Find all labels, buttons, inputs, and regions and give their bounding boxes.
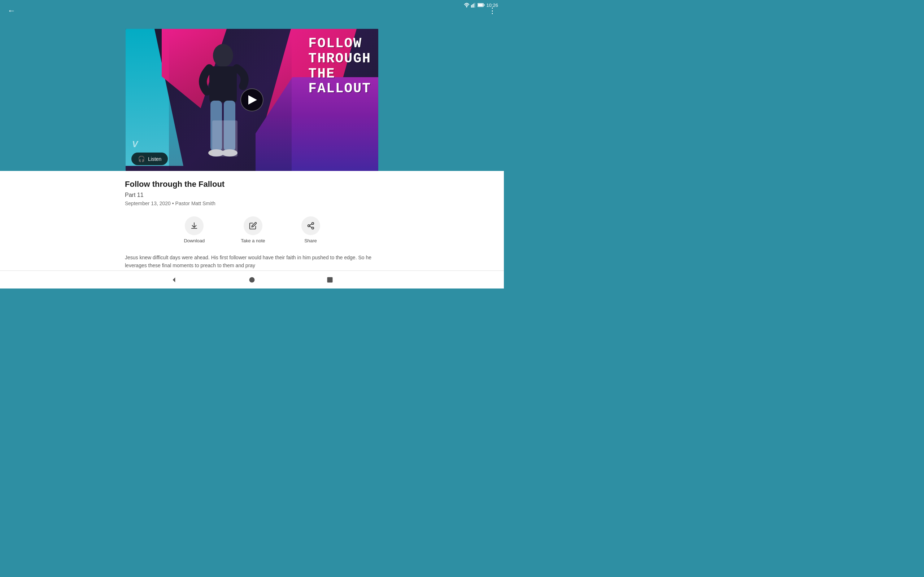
nav-back-button[interactable] bbox=[168, 273, 181, 286]
top-bar: ← ⋮ bbox=[0, 0, 504, 22]
sermon-date: September 13, 2020 bbox=[125, 200, 171, 206]
title-line-1: FOLLOW bbox=[308, 36, 371, 51]
speaker-area bbox=[169, 34, 292, 171]
description-text: Jesus knew difficult days were ahead. Hi… bbox=[125, 253, 379, 270]
take-note-icon-circle bbox=[244, 216, 262, 235]
share-action[interactable]: Share bbox=[301, 216, 320, 243]
svg-marker-19 bbox=[173, 277, 175, 282]
nav-recents-icon bbox=[326, 276, 333, 284]
pencil-icon bbox=[249, 222, 257, 230]
listen-button[interactable]: 🎧 Listen bbox=[131, 153, 168, 165]
download-label: Download bbox=[184, 238, 205, 243]
sermon-pastor: Pastor Matt Smith bbox=[175, 200, 215, 206]
share-icon bbox=[307, 222, 315, 230]
back-button[interactable]: ← bbox=[4, 3, 19, 18]
listen-label: Listen bbox=[148, 156, 162, 162]
svg-rect-9 bbox=[209, 66, 237, 102]
more-options-button[interactable]: ⋮ bbox=[485, 3, 499, 18]
download-action[interactable]: Download bbox=[184, 216, 205, 243]
main-content: FOLLOW THROUGH THE FALLOUT bbox=[0, 22, 504, 271]
download-icon bbox=[190, 222, 198, 230]
headphone-icon: 🎧 bbox=[138, 155, 145, 162]
svg-point-20 bbox=[249, 277, 255, 282]
take-note-label: Take a note bbox=[241, 238, 265, 243]
nav-home-icon bbox=[248, 276, 255, 284]
svg-line-18 bbox=[309, 224, 312, 226]
video-container: FOLLOW THROUGH THE FALLOUT bbox=[126, 29, 378, 171]
svg-line-17 bbox=[309, 226, 312, 227]
action-row: Download Take a note bbox=[125, 216, 379, 243]
podium bbox=[212, 121, 237, 156]
video-title-text: FOLLOW THROUGH THE FALLOUT bbox=[308, 36, 371, 96]
nav-back-icon bbox=[170, 276, 178, 284]
share-icon-circle bbox=[301, 216, 320, 235]
svg-rect-21 bbox=[327, 277, 333, 282]
sermon-separator: • bbox=[172, 200, 175, 206]
sermon-meta: September 13, 2020 • Pastor Matt Smith bbox=[125, 200, 379, 206]
title-line-3: THE bbox=[308, 66, 371, 82]
more-options-icon: ⋮ bbox=[488, 6, 497, 16]
title-line-2: THROUGH bbox=[308, 51, 371, 66]
nav-home-button[interactable] bbox=[246, 273, 258, 286]
title-line-4: FALLOUT bbox=[308, 81, 371, 96]
svg-point-8 bbox=[213, 44, 233, 67]
play-icon bbox=[248, 95, 257, 105]
download-icon-circle bbox=[185, 216, 204, 235]
nav-recents-button[interactable] bbox=[323, 273, 336, 286]
v-logo: V bbox=[132, 139, 138, 149]
sermon-part: Part 11 bbox=[125, 192, 379, 198]
back-arrow-icon: ← bbox=[8, 6, 16, 16]
sermon-title: Follow through the Fallout bbox=[125, 180, 379, 189]
content-area: Follow through the Fallout Part 11 Septe… bbox=[0, 171, 504, 271]
play-button[interactable] bbox=[241, 89, 263, 111]
bottom-nav bbox=[0, 271, 504, 288]
take-note-action[interactable]: Take a note bbox=[241, 216, 265, 243]
video-thumbnail: FOLLOW THROUGH THE FALLOUT bbox=[126, 29, 378, 171]
share-label: Share bbox=[304, 238, 317, 243]
